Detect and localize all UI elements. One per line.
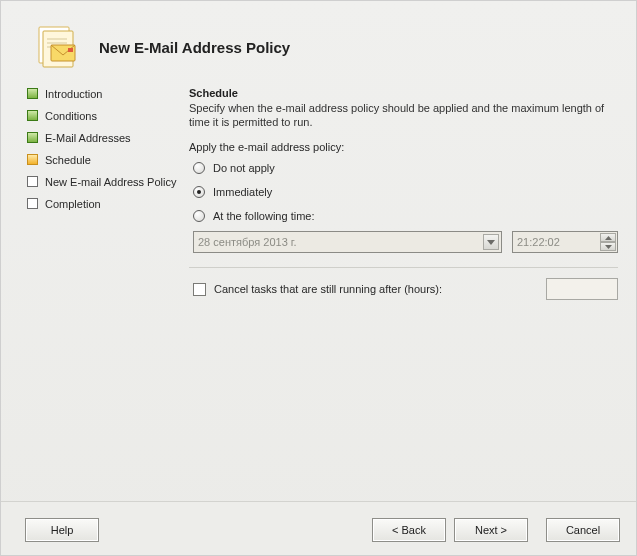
svg-marker-9 [605, 245, 612, 249]
spin-up-icon[interactable] [600, 233, 616, 242]
datetime-row: 28 сентября 2013 г. 21:22:02 [193, 231, 618, 253]
back-button[interactable]: < Back [372, 518, 446, 542]
step-status-icon [27, 132, 38, 143]
radio-icon [193, 162, 205, 174]
step-status-icon [27, 198, 38, 209]
cancel-tasks-label: Cancel tasks that are still running afte… [214, 283, 442, 295]
page-title: New E-Mail Address Policy [99, 39, 290, 56]
date-value: 28 сентября 2013 г. [198, 236, 297, 248]
radio-label: Immediately [213, 186, 272, 198]
step-status-icon [27, 176, 38, 187]
time-value: 21:22:02 [517, 236, 560, 248]
section-description: Specify when the e-mail address policy s… [189, 101, 618, 129]
help-button[interactable]: Help [25, 518, 99, 542]
sidebar: Introduction Conditions E-Mail Addresses… [27, 87, 177, 300]
body: Introduction Conditions E-Mail Addresses… [1, 79, 636, 300]
chevron-down-icon[interactable] [483, 234, 499, 250]
svg-marker-7 [487, 240, 495, 245]
sidebar-item-introduction[interactable]: Introduction [27, 87, 177, 101]
sidebar-item-completion[interactable]: Completion [27, 197, 177, 211]
time-picker[interactable]: 21:22:02 [512, 231, 618, 253]
sidebar-item-conditions[interactable]: Conditions [27, 109, 177, 123]
spin-down-icon[interactable] [600, 242, 616, 251]
sidebar-item-label: Completion [45, 197, 101, 211]
radio-immediately[interactable]: Immediately [193, 183, 618, 201]
radio-icon [193, 186, 205, 198]
divider [189, 267, 618, 268]
sidebar-item-email-addresses[interactable]: E-Mail Addresses [27, 131, 177, 145]
cancel-tasks-checkbox[interactable] [193, 283, 206, 296]
next-button[interactable]: Next > [454, 518, 528, 542]
svg-marker-8 [605, 236, 612, 240]
radio-label: At the following time: [213, 210, 315, 222]
sidebar-item-schedule[interactable]: Schedule [27, 153, 177, 167]
cancel-button[interactable]: Cancel [546, 518, 620, 542]
apply-policy-label: Apply the e-mail address policy: [189, 141, 618, 153]
radio-at-following-time[interactable]: At the following time: [193, 207, 618, 225]
date-picker[interactable]: 28 сентября 2013 г. [193, 231, 502, 253]
sidebar-item-new-email-address-policy[interactable]: New E-mail Address Policy [27, 175, 177, 189]
main-panel: Schedule Specify when the e-mail address… [177, 87, 622, 300]
sidebar-item-label: Introduction [45, 87, 102, 101]
radio-do-not-apply[interactable]: Do not apply [193, 159, 618, 177]
radio-icon [193, 210, 205, 222]
wizard-window: New E-Mail Address Policy Introduction C… [0, 0, 637, 556]
mail-policy-icon [33, 23, 81, 71]
sidebar-item-label: Schedule [45, 153, 91, 167]
step-status-icon [27, 110, 38, 121]
step-status-icon [27, 88, 38, 99]
time-spinner [600, 233, 616, 251]
hours-input[interactable] [546, 278, 618, 300]
sidebar-item-label: New E-mail Address Policy [45, 175, 176, 189]
button-bar: Help < Back Next > Cancel [1, 501, 636, 555]
svg-rect-6 [68, 48, 73, 52]
step-status-icon [27, 154, 38, 165]
header: New E-Mail Address Policy [1, 1, 636, 79]
sidebar-item-label: E-Mail Addresses [45, 131, 131, 145]
sidebar-item-label: Conditions [45, 109, 97, 123]
section-title: Schedule [189, 87, 618, 99]
cancel-tasks-row: Cancel tasks that are still running afte… [193, 278, 618, 300]
radio-label: Do not apply [213, 162, 275, 174]
